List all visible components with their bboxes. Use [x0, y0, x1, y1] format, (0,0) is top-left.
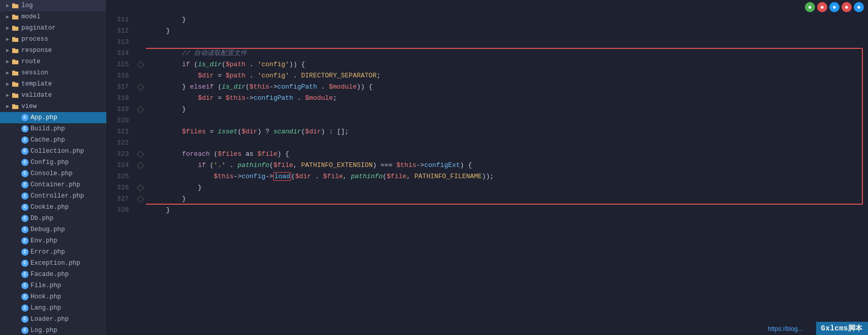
opera-icon[interactable]: ● [842, 2, 852, 12]
file-label-log: Log.php [31, 327, 58, 334]
code-view: 311 312 313 314 315 316 317 318 319 320 … [107, 0, 868, 335]
gutter-311 [135, 14, 146, 25]
folder-label-template: template [21, 80, 52, 88]
firefox-icon[interactable]: ● [817, 2, 827, 12]
file-exception-php[interactable]: C Exception.php [0, 258, 106, 269]
gutter-319 [135, 104, 146, 115]
file-cookie-php[interactable]: C Cookie.php [0, 202, 106, 213]
file-console-php[interactable]: C Console.php [0, 168, 106, 179]
c-icon: C [21, 237, 29, 244]
folder-model[interactable]: ▶ model [0, 11, 106, 22]
code-line-317: } elseif (is_dir($this->configPath . $mo… [150, 81, 868, 93]
file-loader-php[interactable]: C Loader.php [0, 314, 106, 325]
file-label-env: Env.php [31, 237, 58, 244]
file-lang-php[interactable]: C Lang.php [0, 302, 106, 314]
folder-session[interactable]: ▶ session [0, 67, 106, 78]
folder-route[interactable]: ▶ route [0, 56, 106, 67]
folder-process[interactable]: ▶ process [0, 34, 106, 45]
c-icon: C [21, 125, 29, 132]
file-env-php[interactable]: C Env.php [0, 235, 106, 246]
folder-icon-model [11, 13, 19, 21]
code-line-311: } [150, 14, 868, 25]
file-label-file: File.php [31, 282, 61, 289]
file-cache-php[interactable]: C Cache.php [0, 134, 106, 146]
file-container-php[interactable]: C Container.php [0, 179, 106, 190]
code-line-312: } [150, 25, 868, 37]
c-icon: C [21, 204, 29, 211]
folder-label-route: route [21, 58, 41, 65]
folder-log[interactable]: ▶ log [0, 0, 106, 11]
watermark-url: https://blog... [764, 323, 807, 335]
folder-view[interactable]: ▶ view [0, 101, 106, 112]
arrow-icon: ▶ [4, 14, 11, 20]
c-icon: C [21, 159, 29, 166]
file-debug-php[interactable]: C Debug.php [0, 224, 106, 235]
gutter [135, 14, 146, 335]
file-label-controller: Controller.php [31, 192, 84, 200]
arrow-icon: ▶ [4, 36, 11, 42]
watermark-badge: Gxlcms脚本 [816, 322, 868, 335]
file-file-php[interactable]: C File.php [0, 280, 106, 291]
code-line-328: } [150, 205, 868, 216]
file-collection-php[interactable]: C Collection.php [0, 146, 106, 157]
folder-label-log: log [21, 2, 33, 9]
file-label-container: Container.php [31, 181, 80, 188]
edge-icon[interactable]: ● [854, 2, 864, 12]
code-line-320 [150, 115, 868, 126]
folder-label-process: process [21, 36, 48, 43]
gutter-322 [135, 137, 146, 149]
c-icon: C [21, 327, 29, 334]
file-error-php[interactable]: C Error.php [0, 246, 106, 258]
code-line-324: if ('.' . pathinfo($file, PATHINFO_EXTEN… [150, 160, 868, 171]
arrow-icon: ▶ [4, 47, 11, 53]
c-icon: C [21, 316, 29, 323]
file-controller-php[interactable]: C Controller.php [0, 190, 106, 202]
c-icon: C [21, 304, 29, 312]
gutter-314 [135, 48, 146, 59]
gutter-328 [135, 205, 146, 216]
folder-icon-view [11, 102, 19, 110]
arrow-icon: ▶ [4, 25, 11, 31]
code-line-319: } [150, 104, 868, 115]
folder-icon-process [11, 35, 19, 43]
file-build-php[interactable]: C Build.php [0, 123, 106, 134]
c-icon: C [21, 282, 29, 289]
arrow-icon: ▶ [4, 81, 11, 87]
folder-response[interactable]: ▶ response [0, 45, 106, 56]
code-line-321: $files = isset($dir) ? scandir($dir) : [… [150, 126, 868, 137]
file-config-php[interactable]: C Config.php [0, 157, 106, 168]
folder-template[interactable]: ▶ template [0, 78, 106, 90]
file-label-collection: Collection.php [31, 148, 84, 155]
arrow-icon: ▶ [4, 3, 11, 9]
file-app-php[interactable]: ▶ C App.php [0, 112, 106, 123]
c-icon: C [21, 148, 29, 155]
gutter-325 [135, 171, 146, 182]
file-label-error: Error.php [31, 248, 65, 256]
gutter-315 [135, 59, 146, 70]
code-line-326: } [150, 182, 868, 193]
folder-paginator[interactable]: ▶ paginator [0, 22, 106, 34]
folder-validate[interactable]: ▶ validate [0, 90, 106, 101]
ie-icon[interactable]: ● [829, 2, 839, 12]
chrome-icon[interactable]: ● [805, 2, 815, 12]
c-icon: C [21, 271, 29, 278]
arrow-icon: ▶ [4, 92, 11, 98]
folder-label-validate: validate [21, 92, 52, 99]
file-log-php[interactable]: C Log.php [0, 325, 106, 335]
file-label-hook: Hook.php [31, 293, 61, 300]
load-highlight: load [273, 172, 291, 181]
folder-label-view: view [21, 103, 37, 110]
file-label-cookie: Cookie.php [31, 204, 69, 211]
file-label-config: Config.php [31, 159, 69, 166]
file-hook-php[interactable]: C Hook.php [0, 291, 106, 302]
c-icon: C [21, 181, 29, 188]
code-line-323: foreach ($files as $file) { [150, 149, 868, 160]
file-label-exception: Exception.php [31, 260, 80, 267]
code-line-314: // 自动读取配置文件 [150, 48, 868, 59]
file-label-db: Db.php [31, 215, 53, 222]
gutter-326 [135, 182, 146, 193]
file-db-php[interactable]: C Db.php [0, 213, 106, 224]
file-facade-php[interactable]: C Facade.php [0, 269, 106, 280]
arrow-icon: ▶ [4, 70, 11, 76]
gutter-323 [135, 149, 146, 160]
